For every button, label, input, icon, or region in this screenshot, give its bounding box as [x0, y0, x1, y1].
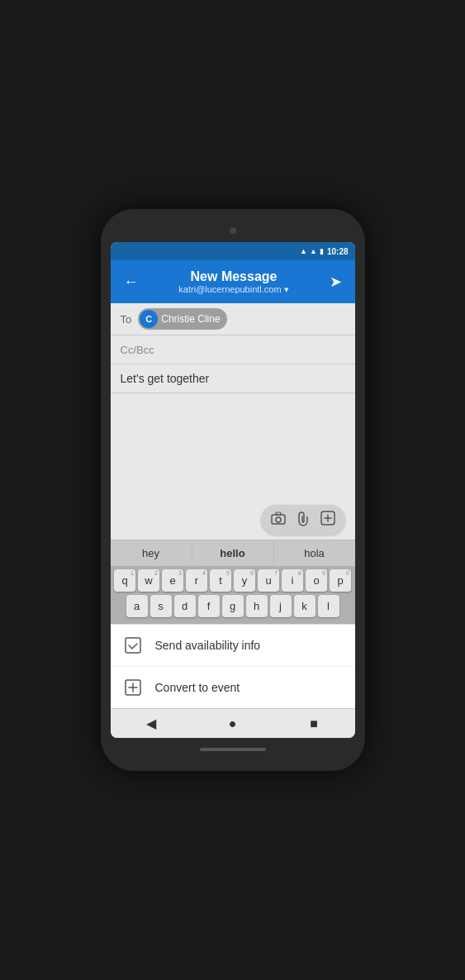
- phone-shell: ▲ ▲ ▮ 10:28 ← New Message katri@lucernep…: [101, 209, 365, 771]
- home-indicator: [200, 748, 266, 751]
- status-bar: ▲ ▲ ▮ 10:28: [111, 242, 355, 260]
- key-h[interactable]: h: [246, 595, 268, 617]
- key-l[interactable]: l: [318, 595, 339, 617]
- body-area[interactable]: [111, 393, 355, 500]
- key-r[interactable]: r4: [186, 569, 207, 592]
- key-d[interactable]: d: [174, 595, 196, 617]
- svg-point-1: [276, 517, 281, 522]
- convert-event-label: Convert to event: [155, 681, 240, 694]
- suggestion-hola[interactable]: hola: [274, 540, 355, 566]
- key-u[interactable]: u7: [258, 569, 279, 592]
- toolbar-pill: [261, 505, 345, 535]
- nav-bar: ◀ ● ■: [111, 708, 355, 738]
- send-button[interactable]: ➤: [326, 269, 345, 294]
- key-a[interactable]: a: [126, 595, 148, 617]
- recipient-avatar: C: [140, 310, 158, 328]
- key-j[interactable]: j: [270, 595, 292, 617]
- app-header: ← New Message katri@lucernepubintl.com ▾…: [111, 260, 355, 303]
- back-button[interactable]: ←: [121, 270, 142, 294]
- keyboard-area: q1 w2 e3 r4 t5 y6 u7 i8 o9 p0 a s d f g: [111, 566, 355, 624]
- recipient-name: Christie Cline: [161, 313, 220, 325]
- suggestion-bar: hey hello hola: [111, 540, 355, 566]
- phone-screen: ▲ ▲ ▮ 10:28 ← New Message katri@lucernep…: [111, 242, 355, 738]
- battery-icon: ▮: [320, 247, 324, 255]
- key-k[interactable]: k: [294, 595, 316, 617]
- recipient-chip[interactable]: C Christie Cline: [138, 308, 226, 330]
- suggestion-hey[interactable]: hey: [111, 540, 192, 566]
- key-p[interactable]: p0: [330, 569, 351, 592]
- keyboard-row-1: q1 w2 e3 r4 t5 y6 u7 i8 o9 p0: [112, 569, 353, 592]
- camera-button[interactable]: [271, 511, 286, 528]
- key-s[interactable]: s: [150, 595, 172, 617]
- suggestion-hello[interactable]: hello: [192, 540, 274, 566]
- phone-camera: [230, 227, 236, 234]
- send-availability-item[interactable]: Send availability info: [111, 625, 355, 667]
- to-row: To C Christie Cline: [111, 303, 355, 335]
- key-e[interactable]: e3: [162, 569, 183, 592]
- key-i[interactable]: i8: [282, 569, 303, 592]
- nav-recent-button[interactable]: ■: [301, 716, 326, 731]
- status-icons: ▲ ▲ ▮: [300, 247, 324, 255]
- to-label: To: [121, 313, 132, 326]
- subject-text: Let's get together: [121, 372, 210, 385]
- send-availability-icon: [124, 636, 142, 654]
- nav-home-button[interactable]: ●: [220, 716, 244, 731]
- add-button[interactable]: [320, 511, 335, 529]
- send-availability-label: Send availability info: [155, 639, 261, 652]
- svg-rect-2: [276, 512, 281, 515]
- keyboard-row-2: a s d f g h j k l: [112, 595, 353, 617]
- compose-area: To C Christie Cline Cc/Bcc Let's get tog…: [111, 303, 355, 624]
- bottom-sheet: Send availability info Convert to event: [111, 624, 355, 708]
- key-g[interactable]: g: [222, 595, 244, 617]
- key-q[interactable]: q1: [114, 569, 135, 592]
- cc-row[interactable]: Cc/Bcc: [111, 335, 355, 364]
- attach-button[interactable]: [297, 510, 309, 530]
- key-o[interactable]: o9: [306, 569, 327, 592]
- wifi-icon: ▲: [300, 247, 307, 255]
- convert-to-event-item[interactable]: Convert to event: [111, 667, 355, 708]
- nav-back-button[interactable]: ◀: [139, 716, 164, 731]
- status-time: 10:28: [327, 247, 349, 256]
- convert-event-icon: [124, 678, 142, 697]
- header-subtitle: katri@lucernepubintl.com ▾: [142, 284, 326, 295]
- key-y[interactable]: y6: [234, 569, 255, 592]
- header-title: New Message: [142, 269, 326, 284]
- key-w[interactable]: w2: [138, 569, 159, 592]
- dropdown-arrow-icon[interactable]: ▾: [284, 284, 289, 295]
- phone-bottom-bar: [111, 738, 355, 761]
- subject-row[interactable]: Let's get together: [111, 364, 355, 393]
- cc-label: Cc/Bcc: [121, 344, 154, 356]
- signal-icon: ▲: [310, 247, 317, 255]
- header-center: New Message katri@lucernepubintl.com ▾: [142, 269, 326, 295]
- phone-top-bar: [111, 219, 355, 242]
- key-f[interactable]: f: [198, 595, 220, 617]
- compose-toolbar: [111, 500, 355, 540]
- svg-rect-4: [126, 638, 140, 653]
- key-t[interactable]: t5: [210, 569, 231, 592]
